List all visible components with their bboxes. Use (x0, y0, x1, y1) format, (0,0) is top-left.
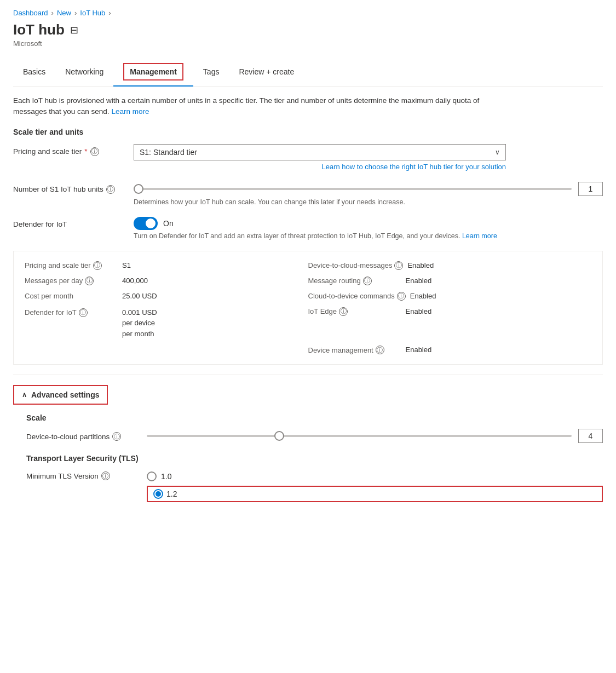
pricing-tier-row: Pricing and scale tier * ⓘ S1: Standard … (13, 144, 603, 171)
breadcrumb-iothub[interactable]: IoT Hub (80, 9, 105, 17)
tls-radio-1-2[interactable] (153, 489, 163, 499)
partitions-info-icon[interactable]: ⓘ (112, 432, 121, 441)
pricing-info-icon[interactable]: ⓘ (90, 147, 99, 156)
tab-management-border: Management (123, 63, 183, 80)
info-grid-cell-4-right: IoT Edge ⓘ Enabled (308, 307, 592, 340)
info-grid-key-pricing-tier: Pricing and scale tier ⓘ (25, 261, 118, 270)
info-grid-cell-5-left (25, 346, 308, 354)
defender-toggle-thumb (146, 218, 156, 228)
info-grid-val-iot-edge: Enabled (406, 307, 432, 315)
info-grid-row-4: Defender for IoT ⓘ 0.001 USD per device … (25, 304, 591, 343)
partitions-control: 4 (147, 429, 603, 443)
tab-review-create[interactable]: Review + create (229, 57, 304, 86)
pricing-learn-link[interactable]: Learn how to choose the right IoT hub ti… (134, 163, 506, 171)
scale-section-title: Scale tier and units (13, 128, 603, 136)
section-divider (13, 375, 603, 375)
info-grid-key-iot-edge: IoT Edge ⓘ (308, 307, 401, 316)
partitions-value-box[interactable]: 4 (578, 429, 603, 443)
pricing-required: * (84, 147, 87, 156)
partitions-slider-thumb[interactable] (274, 431, 284, 441)
lock-icon[interactable]: ⊟ (70, 24, 78, 36)
d2c-info-icon[interactable]: ⓘ (394, 261, 403, 270)
management-description: Each IoT hub is provisioned with a certa… (13, 95, 506, 118)
tabs-bar: Basics Networking Management Tags Review… (13, 57, 603, 87)
tab-basics[interactable]: Basics (13, 57, 55, 86)
info-grid-val-cost: 25.00 USD (122, 292, 157, 300)
tls-version-control: 1.0 1.2 (147, 468, 603, 502)
defender-learn-more-link[interactable]: Learn more (462, 232, 497, 240)
units-slider-track (134, 188, 572, 190)
info-grid-cell-5-right: Device management ⓘ Enabled (308, 346, 592, 354)
description-learn-more-link[interactable]: Learn more (111, 107, 149, 116)
info-grid-key-device-mgmt: Device management ⓘ (308, 346, 401, 354)
info-grid-key-defender: Defender for IoT ⓘ (25, 307, 118, 317)
tls-option-1-0[interactable]: 1.0 (147, 471, 603, 481)
defender-state: On (163, 219, 174, 228)
units-label: Number of S1 IoT hub units ⓘ (13, 182, 123, 194)
info-grid-cell-2-left: Messages per day ⓘ 400,000 (25, 277, 308, 285)
units-slider-row: 1 (134, 182, 603, 196)
pricing-control: S1: Standard tier ∨ Learn how to choose … (134, 144, 603, 171)
defender-label: Defender for IoT (13, 217, 123, 228)
info-grid-cell-3-left: Cost per month 25.00 USD (25, 292, 308, 301)
chevron-down-icon: ∨ (495, 148, 500, 156)
page-title: IoT hub (13, 21, 65, 38)
defender-desc: Turn on Defender for IoT and add an extr… (134, 232, 517, 240)
tls-radio-1-0[interactable] (147, 471, 157, 481)
info-grid-val-msg-per-day: 400,000 (122, 277, 148, 285)
units-slider-container (134, 183, 572, 194)
info-grid: Pricing and scale tier ⓘ S1 Device-to-cl… (13, 251, 603, 365)
defender-info-icon[interactable]: ⓘ (79, 308, 88, 317)
pricing-tier-info-icon[interactable]: ⓘ (93, 261, 102, 270)
info-grid-cell-1-right: Device-to-cloud-messages ⓘ Enabled (308, 261, 592, 270)
tls-radio-group: 1.0 1.2 (147, 471, 603, 502)
info-grid-key-d2c: Device-to-cloud-messages ⓘ (308, 261, 404, 270)
info-grid-val-device-mgmt: Enabled (406, 346, 432, 354)
units-slider-thumb[interactable] (134, 184, 143, 194)
chevron-up-icon: ∧ (22, 391, 27, 399)
units-info-icon[interactable]: ⓘ (106, 185, 115, 194)
tls-version-label: Minimum TLS Version ⓘ (26, 468, 136, 480)
units-value-box[interactable]: 1 (578, 182, 603, 196)
info-grid-cell-2-right: Message routing ⓘ Enabled (308, 277, 592, 285)
tab-tags[interactable]: Tags (193, 57, 229, 86)
units-control: 1 Determines how your IoT hub can scale.… (134, 182, 603, 206)
routing-info-icon[interactable]: ⓘ (363, 277, 372, 285)
info-grid-val-pricing-tier: S1 (122, 261, 131, 269)
partitions-label: Device-to-cloud partitions ⓘ (26, 429, 136, 441)
msg-per-day-info-icon[interactable]: ⓘ (85, 277, 94, 285)
info-grid-key-routing: Message routing ⓘ (308, 277, 401, 285)
device-mgmt-info-icon[interactable]: ⓘ (376, 346, 384, 354)
breadcrumb-sep-1: › (51, 9, 54, 17)
pricing-dropdown-value: S1: Standard tier (140, 148, 197, 157)
info-grid-val-d2c: Enabled (407, 261, 434, 269)
info-grid-row-3: Cost per month 25.00 USD Cloud-to-device… (25, 289, 591, 304)
info-grid-cell-4-left: Defender for IoT ⓘ 0.001 USD per device … (25, 307, 308, 340)
breadcrumb: Dashboard › New › IoT Hub › (13, 9, 603, 17)
advanced-settings-label: Advanced settings (31, 390, 99, 399)
info-grid-row-5: Device management ⓘ Enabled (25, 342, 591, 358)
info-grid-val-c2d: Enabled (410, 292, 436, 300)
tls-label-1-0: 1.0 (161, 472, 171, 481)
tls-info-icon[interactable]: ⓘ (101, 471, 110, 480)
info-grid-cell-3-right: Cloud-to-device commands ⓘ Enabled (308, 292, 592, 301)
info-grid-val-defender: 0.001 USD per device per month (122, 307, 157, 340)
iot-edge-info-icon[interactable]: ⓘ (339, 307, 348, 316)
pricing-dropdown[interactable]: S1: Standard tier ∨ (134, 144, 506, 160)
c2d-info-icon[interactable]: ⓘ (397, 292, 406, 301)
info-grid-row-2: Messages per day ⓘ 400,000 Message routi… (25, 273, 591, 289)
tab-management[interactable]: Management (113, 57, 193, 86)
breadcrumb-dashboard[interactable]: Dashboard (13, 9, 48, 17)
breadcrumb-new[interactable]: New (57, 9, 71, 17)
advanced-settings-toggle[interactable]: ∧ Advanced settings (13, 385, 108, 405)
defender-toggle[interactable] (134, 217, 158, 230)
breadcrumb-sep-2: › (74, 9, 77, 17)
info-grid-cell-1-left: Pricing and scale tier ⓘ S1 (25, 261, 308, 270)
partitions-slider-row: 4 (147, 429, 603, 443)
partitions-row: Device-to-cloud partitions ⓘ 4 (26, 429, 603, 443)
tls-option-1-2-selected[interactable]: 1.2 (147, 486, 603, 502)
pricing-tier-label: Pricing and scale tier * ⓘ (13, 144, 123, 156)
info-grid-val-routing: Enabled (406, 277, 432, 285)
info-grid-key-cost: Cost per month (25, 292, 118, 300)
tab-networking[interactable]: Networking (55, 57, 113, 86)
